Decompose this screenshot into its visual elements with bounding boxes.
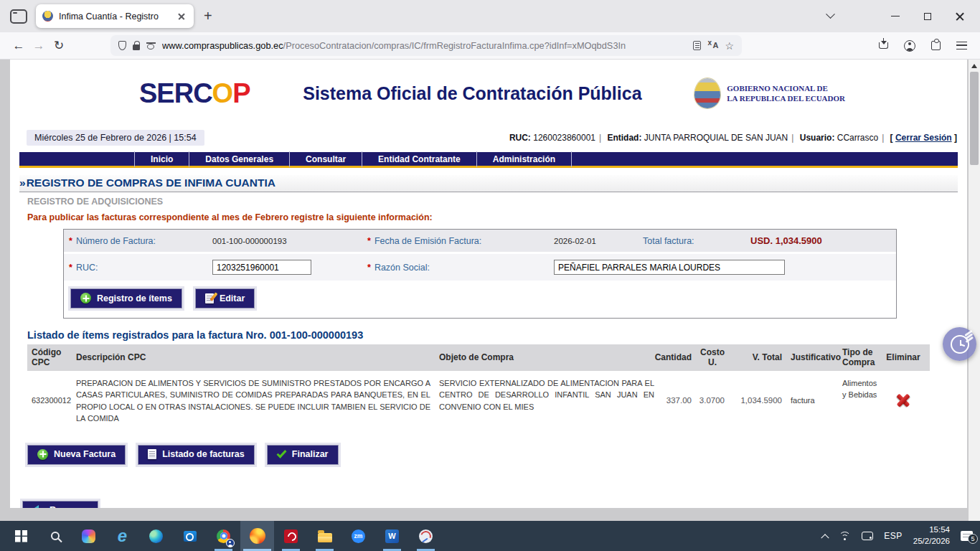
back-arrow-icon — [32, 505, 44, 508]
header-v-total: V. Total — [729, 344, 786, 371]
nav-item-entidad-contratante[interactable]: Entidad Contratante — [362, 151, 477, 167]
chrome-button[interactable] — [207, 521, 240, 551]
logo-o: O — [212, 78, 233, 108]
ruc-field-cell — [207, 254, 362, 281]
entity-label: Entidad: — [607, 133, 641, 143]
invoice-number-value: 001-100-000000193 — [207, 230, 362, 254]
ruc-input[interactable] — [212, 260, 311, 275]
razon-social-input[interactable] — [554, 260, 785, 275]
internet-explorer-button[interactable]: e — [105, 521, 139, 551]
menu-icon[interactable] — [956, 42, 967, 50]
restore-button[interactable] — [911, 0, 943, 32]
cell-eliminar — [885, 371, 921, 430]
razon-social-cell — [549, 254, 896, 281]
url-text[interactable]: www.compraspublicas.gob.ec/ProcesoContra… — [162, 40, 687, 51]
file-explorer-button[interactable] — [308, 521, 341, 551]
firefox-button[interactable] — [240, 521, 274, 551]
acrobat-button[interactable] — [274, 521, 308, 551]
session-info: RUC: 1260023860001| Entidad: JUNTA PARRO… — [509, 133, 957, 143]
header-descripcion-cpc: Descripción CPC — [72, 344, 435, 371]
word-button[interactable]: W — [375, 521, 409, 551]
site-permissions-icon[interactable] — [146, 42, 156, 50]
delete-x-icon[interactable] — [896, 393, 910, 408]
regresar-button[interactable]: Regresar — [22, 501, 98, 508]
tab-list-button[interactable] — [814, 0, 847, 32]
registro-items-button[interactable]: Registro de ítems — [70, 288, 182, 309]
edit-icon — [205, 293, 214, 303]
page-title-text: REGISTRO DE COMPRAS DE INFIMA CUANTIA — [27, 176, 275, 189]
sercop-logo: SERCOP — [139, 78, 250, 109]
browser-tab[interactable]: Infima Cuantía - Registro — [36, 4, 194, 28]
finalizar-button[interactable]: Finalizar — [267, 445, 339, 465]
main-nav: Inicio Datos Generales Consultar Entidad… — [19, 152, 958, 168]
system-tray: ESP 15:5425/2/2026 5 — [822, 524, 980, 547]
reload-button[interactable]: ↻ — [49, 38, 69, 53]
firefox-view-icon[interactable] — [10, 9, 27, 24]
snipping-tool-button[interactable] — [409, 521, 443, 551]
folder-icon — [318, 533, 332, 542]
cell-costo-u: 3.0700 — [696, 371, 729, 430]
reader-mode-icon[interactable] — [693, 41, 701, 50]
browser-toolbar: ← → ↻ www.compraspublicas.gob.ec/Proceso… — [0, 32, 980, 60]
bookmark-star-icon[interactable] — [725, 40, 734, 52]
outlook-button[interactable] — [173, 521, 207, 551]
cell-v-total: 1,034.5900 — [729, 371, 786, 430]
firefox-icon — [250, 528, 265, 544]
gov-line1: GOBIERNO NACIONAL DE — [727, 83, 845, 93]
floating-timer-widget[interactable] — [943, 327, 976, 361]
acrobat-icon — [284, 529, 298, 543]
scrollbar[interactable] — [969, 60, 980, 521]
header-costo-u: Costo U. — [696, 344, 729, 371]
url-bar[interactable]: www.compraspublicas.gob.ec/ProcesoContra… — [110, 35, 742, 56]
language-indicator[interactable]: ESP — [884, 531, 903, 541]
government-logo: GOBIERNO NACIONAL DELA REPUBLICA DEL ECU… — [694, 78, 845, 108]
back-button[interactable]: ← — [9, 39, 29, 53]
lock-icon[interactable] — [133, 44, 140, 50]
system-title: Sistema Oficial de Contratación Pública — [250, 83, 695, 104]
nav-item-inicio[interactable]: Inicio — [134, 151, 189, 167]
emission-date-label: *Fecha de Emisión Factura: — [362, 230, 549, 254]
cast-icon[interactable] — [862, 532, 873, 540]
edge-button[interactable] — [139, 521, 173, 551]
search-button[interactable] — [38, 521, 72, 551]
account-icon[interactable] — [904, 40, 915, 52]
editar-button[interactable]: Editar — [195, 288, 255, 309]
scrollbar-thumb[interactable] — [970, 72, 979, 165]
minimize-button[interactable] — [879, 0, 911, 32]
copilot-button[interactable] — [72, 521, 105, 551]
close-button[interactable] — [943, 0, 976, 32]
edge-icon — [149, 529, 163, 543]
zoom-button[interactable]: zm — [341, 521, 375, 551]
tray-chevron-up-icon[interactable] — [821, 534, 829, 542]
logout-link[interactable]: Cerrar Sesión — [895, 133, 952, 143]
items-list-title: Listado de ítems registrados para la fac… — [27, 329, 967, 341]
nav-item-administracion[interactable]: Administración — [477, 151, 572, 167]
nav-item-datos-generales[interactable]: Datos Generales — [189, 151, 290, 167]
header-eliminar: Eliminar — [885, 344, 921, 371]
notifications-icon[interactable]: 5 — [961, 531, 973, 541]
forward-button[interactable]: → — [29, 39, 49, 53]
site-header: SERCOP Sistema Oficial de Contratación P… — [10, 60, 967, 127]
translate-icon[interactable] — [707, 41, 718, 50]
datetime-box: Miércoles 25 de Febrero de 2026 | 15:54 — [27, 130, 204, 146]
nav-item-consultar[interactable]: Consultar — [290, 151, 362, 167]
tray-clock[interactable]: 15:5425/2/2026 — [913, 524, 950, 547]
new-tab-button[interactable]: + — [204, 8, 212, 24]
invoice-form: *Número de Factura: 001-100-000000193 *F… — [63, 229, 897, 319]
document-icon — [148, 449, 156, 459]
listado-facturas-button[interactable]: Listado de facturas — [138, 445, 255, 465]
header-justificativo: Justificativo — [786, 344, 838, 371]
status-row: Miércoles 25 de Febrero de 2026 | 15:54 … — [27, 128, 957, 146]
emission-date-value: 2026-02-01 — [549, 230, 638, 254]
invoice-number-label: *Número de Factura: — [64, 230, 207, 254]
scroll-up-arrow[interactable] — [971, 64, 977, 68]
nueva-factura-button[interactable]: Nueva Factura — [27, 445, 126, 465]
wifi-icon[interactable] — [839, 532, 851, 541]
extensions-icon[interactable] — [931, 41, 941, 50]
downloads-icon[interactable] — [879, 42, 888, 49]
ruc-label: RUC: — [509, 133, 531, 143]
start-button[interactable] — [4, 521, 38, 551]
tracking-shield-icon[interactable] — [118, 41, 126, 50]
tab-close-icon[interactable] — [176, 11, 187, 22]
site-favicon-icon — [42, 11, 53, 22]
